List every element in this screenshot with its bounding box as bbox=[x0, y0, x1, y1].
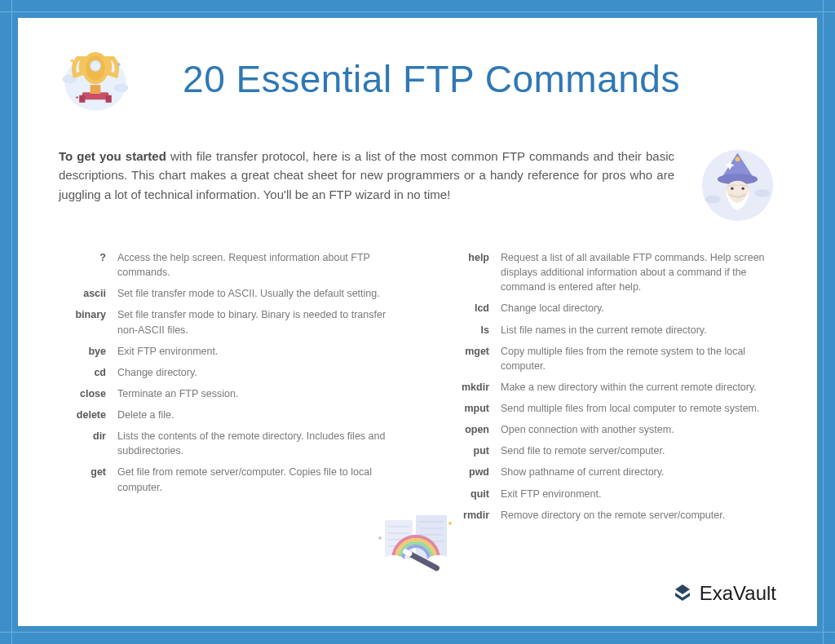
command-row: pwdShow pathname of current directory. bbox=[442, 465, 776, 479]
intro-lead: To get you started bbox=[59, 149, 166, 163]
svg-point-36 bbox=[378, 536, 382, 540]
command-name: ls bbox=[442, 323, 489, 337]
command-column-right: helpRequest a list of all available FTP … bbox=[442, 250, 776, 529]
frame-line bbox=[11, 0, 12, 644]
svg-rect-5 bbox=[106, 95, 112, 103]
command-description: Open connection with another system. bbox=[501, 422, 776, 437]
wizard-icon bbox=[699, 147, 776, 224]
command-name: open bbox=[442, 422, 489, 437]
command-description: Show pathname of current directory. bbox=[501, 465, 776, 479]
intro-text: To get you started with file transfer pr… bbox=[59, 147, 674, 204]
command-name: cd bbox=[59, 365, 106, 380]
command-name: close bbox=[59, 386, 106, 401]
header: 20 Essential FTP Commands bbox=[59, 42, 776, 116]
svg-point-20 bbox=[741, 187, 744, 190]
command-name: mkdir bbox=[442, 380, 489, 395]
svg-point-14 bbox=[705, 196, 721, 204]
command-row: mputSend multiple files from local compu… bbox=[442, 401, 776, 416]
command-description: Set file transfer mode to ASCII. Usually… bbox=[117, 286, 393, 301]
svg-point-12 bbox=[76, 96, 78, 99]
svg-point-17 bbox=[736, 157, 740, 161]
command-column-left: ?Access the help screen. Request informa… bbox=[59, 250, 393, 529]
command-description: Exit FTP environment. bbox=[501, 487, 776, 501]
command-row: byeExit FTP environment. bbox=[59, 344, 393, 359]
command-row: cdChange directory. bbox=[59, 365, 393, 380]
svg-point-10 bbox=[70, 60, 73, 63]
intro-section: To get you started with file transfer pr… bbox=[59, 147, 776, 224]
command-description: Get file from remote server/computer. Co… bbox=[117, 465, 393, 494]
svg-point-2 bbox=[114, 83, 129, 92]
command-name: ascii bbox=[59, 286, 106, 301]
command-row: putSend file to remote server/computer. bbox=[442, 443, 776, 458]
svg-rect-6 bbox=[91, 85, 101, 94]
command-row: helpRequest a list of all available FTP … bbox=[442, 250, 776, 294]
command-name: lcd bbox=[442, 301, 489, 315]
command-row: getGet file from remote server/computer.… bbox=[59, 465, 393, 494]
frame-line bbox=[0, 632, 835, 633]
command-description: Request a list of all available FTP comm… bbox=[501, 250, 776, 294]
command-name: pwd bbox=[442, 465, 489, 479]
trophy-icon bbox=[59, 42, 132, 116]
command-row: openOpen connection with another system. bbox=[442, 422, 776, 437]
command-columns: ?Access the help screen. Request informa… bbox=[59, 250, 776, 529]
command-row: ?Access the help screen. Request informa… bbox=[59, 250, 393, 280]
svg-point-19 bbox=[731, 187, 733, 190]
command-row: binarySet file transfer mode to binary. … bbox=[59, 307, 393, 337]
svg-point-31 bbox=[382, 555, 404, 567]
svg-point-35 bbox=[448, 522, 452, 525]
command-description: Make a new directory within the current … bbox=[501, 380, 776, 395]
command-description: Change directory. bbox=[117, 365, 393, 380]
command-description: Send multiple files from local computer … bbox=[501, 401, 776, 416]
command-description: Lists the contents of the remote directo… bbox=[117, 429, 393, 458]
command-description: Exit FTP environment. bbox=[117, 344, 393, 359]
command-row: lsList file names in the current remote … bbox=[442, 323, 776, 337]
command-name: put bbox=[442, 443, 489, 458]
command-name: quit bbox=[442, 487, 489, 501]
command-description: Remove directory on the remote server/co… bbox=[501, 508, 776, 523]
brand-logo-icon bbox=[672, 583, 693, 604]
command-name: binary bbox=[59, 307, 106, 322]
command-description: Change local directory. bbox=[501, 301, 776, 315]
command-name: delete bbox=[59, 408, 106, 422]
document-card: 20 Essential FTP Commands To get you sta… bbox=[18, 18, 817, 626]
command-description: Terminate an FTP session. bbox=[117, 386, 393, 401]
svg-point-15 bbox=[754, 189, 770, 197]
svg-point-11 bbox=[117, 63, 121, 66]
command-name: dir bbox=[59, 429, 106, 443]
command-row: deleteDelete a file. bbox=[59, 408, 393, 422]
command-row: quitExit FTP environment. bbox=[442, 487, 776, 501]
page-title: 20 Essential FTP Commands bbox=[152, 57, 711, 101]
command-row: closeTerminate an FTP session. bbox=[59, 386, 393, 401]
brand: ExaVault bbox=[672, 582, 776, 605]
command-row: dirLists the contents of the remote dire… bbox=[59, 429, 393, 458]
frame-line bbox=[823, 0, 824, 644]
command-row: mkdirMake a new directory within the cur… bbox=[442, 380, 776, 395]
command-description: Delete a file. bbox=[117, 408, 393, 422]
command-name: get bbox=[59, 465, 106, 479]
command-row: rmdirRemove directory on the remote serv… bbox=[442, 508, 776, 523]
brand-name: ExaVault bbox=[700, 582, 776, 605]
command-description: Set file transfer mode to binary. Binary… bbox=[117, 307, 393, 337]
command-description: Access the help screen. Request informat… bbox=[117, 250, 393, 280]
frame-line bbox=[0, 11, 835, 12]
command-name: ? bbox=[59, 250, 106, 265]
command-row: mgetCopy multiple files from the remote … bbox=[442, 344, 776, 373]
command-name: mput bbox=[442, 401, 489, 416]
command-description: Copy multiple files from the remote syst… bbox=[501, 344, 776, 373]
command-row: lcdChange local directory. bbox=[442, 301, 776, 315]
svg-point-9 bbox=[91, 61, 101, 72]
command-name: bye bbox=[59, 344, 106, 359]
command-name: mget bbox=[442, 344, 489, 359]
command-description: Send file to remote server/computer. bbox=[501, 443, 776, 458]
wand-rainbow-icon bbox=[369, 505, 466, 579]
command-name: help bbox=[442, 250, 489, 265]
command-description: List file names in the current remote di… bbox=[501, 323, 776, 337]
svg-rect-4 bbox=[79, 95, 85, 103]
command-row: asciiSet file transfer mode to ASCII. Us… bbox=[59, 286, 393, 301]
